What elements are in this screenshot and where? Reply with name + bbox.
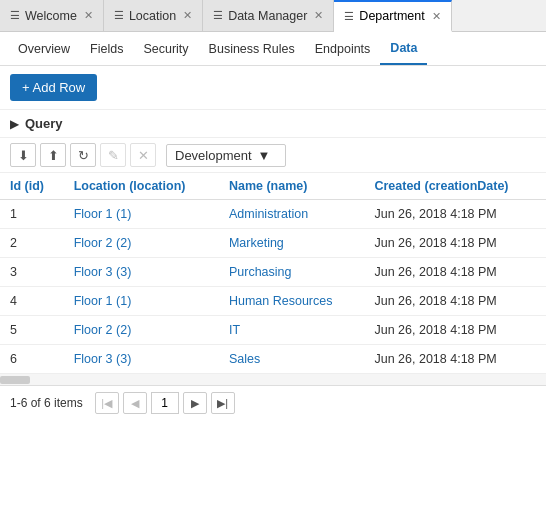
scroll-thumb[interactable] bbox=[0, 376, 30, 384]
delete-icon: ✕ bbox=[138, 148, 149, 163]
cell-id: 5 bbox=[0, 316, 64, 345]
cell-created: Jun 26, 2018 4:18 PM bbox=[364, 345, 546, 374]
datamanager-tab-icon: ☰ bbox=[213, 9, 223, 22]
cell-location[interactable]: Floor 3 (3) bbox=[64, 258, 219, 287]
table-header-row: Id (id) Location (location) Name (name) … bbox=[0, 173, 546, 200]
page-info: 1-6 of 6 items bbox=[10, 396, 83, 410]
subnav-data[interactable]: Data bbox=[380, 32, 427, 65]
add-row-label: + Add Row bbox=[22, 80, 85, 95]
cell-location[interactable]: Floor 1 (1) bbox=[64, 287, 219, 316]
table-row[interactable]: 1 Floor 1 (1) Administration Jun 26, 201… bbox=[0, 200, 546, 229]
toolbar-top: + Add Row bbox=[0, 66, 546, 110]
subnav-security[interactable]: Security bbox=[133, 32, 198, 65]
col-created: Created (creationDate) bbox=[364, 173, 546, 200]
tab-welcome-close[interactable]: ✕ bbox=[84, 9, 93, 22]
cell-name[interactable]: Sales bbox=[219, 345, 365, 374]
col-location: Location (location) bbox=[64, 173, 219, 200]
edit-button[interactable]: ✎ bbox=[100, 143, 126, 167]
cell-name[interactable]: Purchasing bbox=[219, 258, 365, 287]
tab-welcome-label: Welcome bbox=[25, 9, 77, 23]
data-table: Id (id) Location (location) Name (name) … bbox=[0, 173, 546, 374]
page-next-button[interactable]: ▶ bbox=[183, 392, 207, 414]
tab-department-close[interactable]: ✕ bbox=[432, 10, 441, 23]
add-row-button[interactable]: + Add Row bbox=[10, 74, 97, 101]
cell-location[interactable]: Floor 3 (3) bbox=[64, 345, 219, 374]
table-row[interactable]: 3 Floor 3 (3) Purchasing Jun 26, 2018 4:… bbox=[0, 258, 546, 287]
tab-department[interactable]: ☰ Department ✕ bbox=[334, 0, 451, 32]
subnav-overview[interactable]: Overview bbox=[8, 32, 80, 65]
upload-icon: ⬆ bbox=[48, 148, 59, 163]
upload-button[interactable]: ⬆ bbox=[40, 143, 66, 167]
cell-name[interactable]: IT bbox=[219, 316, 365, 345]
subnav-fields[interactable]: Fields bbox=[80, 32, 133, 65]
tab-location[interactable]: ☰ Location ✕ bbox=[104, 0, 203, 31]
cell-name[interactable]: Human Resources bbox=[219, 287, 365, 316]
cell-created: Jun 26, 2018 4:18 PM bbox=[364, 200, 546, 229]
table-row[interactable]: 5 Floor 2 (2) IT Jun 26, 2018 4:18 PM bbox=[0, 316, 546, 345]
tab-datamanager-close[interactable]: ✕ bbox=[314, 9, 323, 22]
tab-welcome[interactable]: ☰ Welcome ✕ bbox=[0, 0, 104, 31]
welcome-tab-icon: ☰ bbox=[10, 9, 20, 22]
sub-nav: Overview Fields Security Business Rules … bbox=[0, 32, 546, 66]
environment-dropdown[interactable]: Development ▼ bbox=[166, 144, 286, 167]
delete-button[interactable]: ✕ bbox=[130, 143, 156, 167]
action-toolbar: ⬇ ⬆ ↻ ✎ ✕ Development ▼ bbox=[0, 138, 546, 173]
refresh-button[interactable]: ↻ bbox=[70, 143, 96, 167]
cell-created: Jun 26, 2018 4:18 PM bbox=[364, 229, 546, 258]
edit-icon: ✎ bbox=[108, 148, 119, 163]
table-row[interactable]: 4 Floor 1 (1) Human Resources Jun 26, 20… bbox=[0, 287, 546, 316]
query-label: Query bbox=[25, 116, 63, 131]
col-id: Id (id) bbox=[0, 173, 64, 200]
cell-location[interactable]: Floor 2 (2) bbox=[64, 229, 219, 258]
table-row[interactable]: 6 Floor 3 (3) Sales Jun 26, 2018 4:18 PM bbox=[0, 345, 546, 374]
cell-id: 4 bbox=[0, 287, 64, 316]
env-label: Development bbox=[175, 148, 252, 163]
cell-location[interactable]: Floor 2 (2) bbox=[64, 316, 219, 345]
query-expand-arrow[interactable]: ▶ bbox=[10, 117, 19, 131]
department-tab-icon: ☰ bbox=[344, 10, 354, 23]
page-prev-button[interactable]: ◀ bbox=[123, 392, 147, 414]
download-button[interactable]: ⬇ bbox=[10, 143, 36, 167]
cell-id: 6 bbox=[0, 345, 64, 374]
cell-created: Jun 26, 2018 4:18 PM bbox=[364, 316, 546, 345]
query-section: ▶ Query bbox=[0, 110, 546, 138]
col-name: Name (name) bbox=[219, 173, 365, 200]
cell-created: Jun 26, 2018 4:18 PM bbox=[364, 258, 546, 287]
cell-name[interactable]: Administration bbox=[219, 200, 365, 229]
cell-created: Jun 26, 2018 4:18 PM bbox=[364, 287, 546, 316]
cell-id: 1 bbox=[0, 200, 64, 229]
page-last-button[interactable]: ▶| bbox=[211, 392, 235, 414]
refresh-icon: ↻ bbox=[78, 148, 89, 163]
cell-name[interactable]: Marketing bbox=[219, 229, 365, 258]
tab-location-label: Location bbox=[129, 9, 176, 23]
dropdown-arrow-icon: ▼ bbox=[258, 148, 271, 163]
tab-datamanager-label: Data Manager bbox=[228, 9, 307, 23]
tab-datamanager[interactable]: ☰ Data Manager ✕ bbox=[203, 0, 334, 31]
tabs-bar: ☰ Welcome ✕ ☰ Location ✕ ☰ Data Manager … bbox=[0, 0, 546, 32]
tab-location-close[interactable]: ✕ bbox=[183, 9, 192, 22]
subnav-endpoints[interactable]: Endpoints bbox=[305, 32, 381, 65]
page-first-button[interactable]: |◀ bbox=[95, 392, 119, 414]
cell-id: 3 bbox=[0, 258, 64, 287]
subnav-businessrules[interactable]: Business Rules bbox=[199, 32, 305, 65]
horizontal-scrollbar[interactable] bbox=[0, 374, 546, 386]
pagination-bar: 1-6 of 6 items |◀ ◀ ▶ ▶| bbox=[0, 386, 546, 420]
location-tab-icon: ☰ bbox=[114, 9, 124, 22]
download-icon: ⬇ bbox=[18, 148, 29, 163]
cell-location[interactable]: Floor 1 (1) bbox=[64, 200, 219, 229]
table-row[interactable]: 2 Floor 2 (2) Marketing Jun 26, 2018 4:1… bbox=[0, 229, 546, 258]
tab-department-label: Department bbox=[359, 9, 424, 23]
page-number-input[interactable] bbox=[151, 392, 179, 414]
cell-id: 2 bbox=[0, 229, 64, 258]
